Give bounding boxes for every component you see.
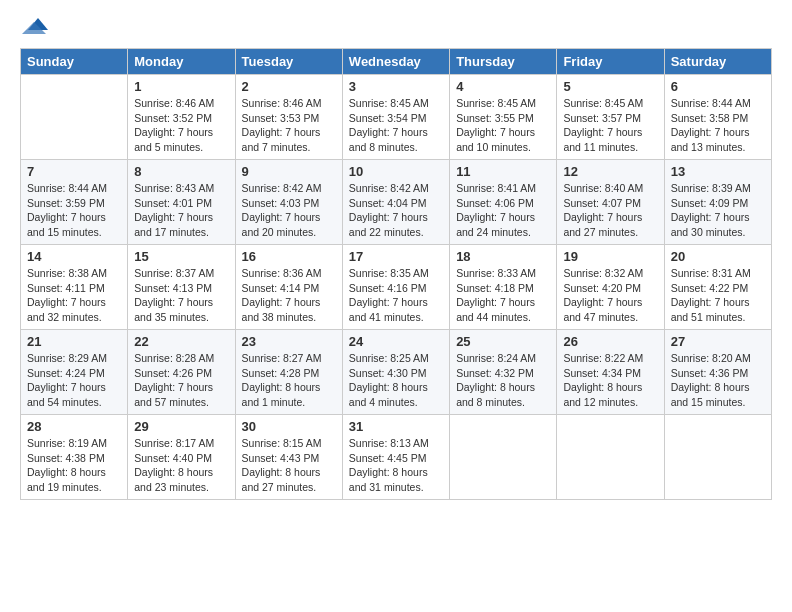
day-number: 24 xyxy=(349,334,443,349)
day-number: 4 xyxy=(456,79,550,94)
calendar-cell: 25 Sunrise: 8:24 AMSunset: 4:32 PMDaylig… xyxy=(450,330,557,415)
day-number: 31 xyxy=(349,419,443,434)
calendar-cell: 24 Sunrise: 8:25 AMSunset: 4:30 PMDaylig… xyxy=(342,330,449,415)
col-header-friday: Friday xyxy=(557,49,664,75)
col-header-sunday: Sunday xyxy=(21,49,128,75)
day-number: 19 xyxy=(563,249,657,264)
day-number: 23 xyxy=(242,334,336,349)
calendar-cell: 9 Sunrise: 8:42 AMSunset: 4:03 PMDayligh… xyxy=(235,160,342,245)
day-number: 6 xyxy=(671,79,765,94)
day-info: Sunrise: 8:45 AMSunset: 3:57 PMDaylight:… xyxy=(563,96,657,155)
day-number: 1 xyxy=(134,79,228,94)
calendar-cell: 20 Sunrise: 8:31 AMSunset: 4:22 PMDaylig… xyxy=(664,245,771,330)
day-info: Sunrise: 8:42 AMSunset: 4:04 PMDaylight:… xyxy=(349,181,443,240)
day-info: Sunrise: 8:45 AMSunset: 3:54 PMDaylight:… xyxy=(349,96,443,155)
day-number: 2 xyxy=(242,79,336,94)
day-info: Sunrise: 8:17 AMSunset: 4:40 PMDaylight:… xyxy=(134,436,228,495)
col-header-saturday: Saturday xyxy=(664,49,771,75)
calendar-cell: 6 Sunrise: 8:44 AMSunset: 3:58 PMDayligh… xyxy=(664,75,771,160)
calendar-cell: 3 Sunrise: 8:45 AMSunset: 3:54 PMDayligh… xyxy=(342,75,449,160)
day-number: 14 xyxy=(27,249,121,264)
day-number: 26 xyxy=(563,334,657,349)
day-info: Sunrise: 8:42 AMSunset: 4:03 PMDaylight:… xyxy=(242,181,336,240)
day-number: 29 xyxy=(134,419,228,434)
calendar-cell: 1 Sunrise: 8:46 AMSunset: 3:52 PMDayligh… xyxy=(128,75,235,160)
calendar-cell: 4 Sunrise: 8:45 AMSunset: 3:55 PMDayligh… xyxy=(450,75,557,160)
calendar-cell: 15 Sunrise: 8:37 AMSunset: 4:13 PMDaylig… xyxy=(128,245,235,330)
calendar-cell: 19 Sunrise: 8:32 AMSunset: 4:20 PMDaylig… xyxy=(557,245,664,330)
calendar-cell: 17 Sunrise: 8:35 AMSunset: 4:16 PMDaylig… xyxy=(342,245,449,330)
day-info: Sunrise: 8:15 AMSunset: 4:43 PMDaylight:… xyxy=(242,436,336,495)
day-info: Sunrise: 8:39 AMSunset: 4:09 PMDaylight:… xyxy=(671,181,765,240)
day-number: 5 xyxy=(563,79,657,94)
day-info: Sunrise: 8:46 AMSunset: 3:53 PMDaylight:… xyxy=(242,96,336,155)
day-info: Sunrise: 8:20 AMSunset: 4:36 PMDaylight:… xyxy=(671,351,765,410)
day-number: 12 xyxy=(563,164,657,179)
logo xyxy=(20,16,54,40)
calendar-cell: 23 Sunrise: 8:27 AMSunset: 4:28 PMDaylig… xyxy=(235,330,342,415)
calendar-cell: 16 Sunrise: 8:36 AMSunset: 4:14 PMDaylig… xyxy=(235,245,342,330)
calendar-cell: 18 Sunrise: 8:33 AMSunset: 4:18 PMDaylig… xyxy=(450,245,557,330)
day-number: 30 xyxy=(242,419,336,434)
day-info: Sunrise: 8:29 AMSunset: 4:24 PMDaylight:… xyxy=(27,351,121,410)
day-info: Sunrise: 8:19 AMSunset: 4:38 PMDaylight:… xyxy=(27,436,121,495)
calendar-cell xyxy=(664,415,771,500)
day-number: 21 xyxy=(27,334,121,349)
col-header-thursday: Thursday xyxy=(450,49,557,75)
day-number: 20 xyxy=(671,249,765,264)
day-info: Sunrise: 8:24 AMSunset: 4:32 PMDaylight:… xyxy=(456,351,550,410)
day-info: Sunrise: 8:35 AMSunset: 4:16 PMDaylight:… xyxy=(349,266,443,325)
day-info: Sunrise: 8:22 AMSunset: 4:34 PMDaylight:… xyxy=(563,351,657,410)
calendar-cell: 7 Sunrise: 8:44 AMSunset: 3:59 PMDayligh… xyxy=(21,160,128,245)
day-info: Sunrise: 8:40 AMSunset: 4:07 PMDaylight:… xyxy=(563,181,657,240)
calendar-cell: 27 Sunrise: 8:20 AMSunset: 4:36 PMDaylig… xyxy=(664,330,771,415)
day-info: Sunrise: 8:32 AMSunset: 4:20 PMDaylight:… xyxy=(563,266,657,325)
day-info: Sunrise: 8:43 AMSunset: 4:01 PMDaylight:… xyxy=(134,181,228,240)
calendar-cell: 13 Sunrise: 8:39 AMSunset: 4:09 PMDaylig… xyxy=(664,160,771,245)
day-number: 27 xyxy=(671,334,765,349)
day-info: Sunrise: 8:46 AMSunset: 3:52 PMDaylight:… xyxy=(134,96,228,155)
day-number: 18 xyxy=(456,249,550,264)
calendar-cell: 2 Sunrise: 8:46 AMSunset: 3:53 PMDayligh… xyxy=(235,75,342,160)
col-header-monday: Monday xyxy=(128,49,235,75)
day-info: Sunrise: 8:45 AMSunset: 3:55 PMDaylight:… xyxy=(456,96,550,155)
day-number: 22 xyxy=(134,334,228,349)
calendar-cell: 10 Sunrise: 8:42 AMSunset: 4:04 PMDaylig… xyxy=(342,160,449,245)
calendar-cell: 26 Sunrise: 8:22 AMSunset: 4:34 PMDaylig… xyxy=(557,330,664,415)
calendar-cell: 8 Sunrise: 8:43 AMSunset: 4:01 PMDayligh… xyxy=(128,160,235,245)
day-info: Sunrise: 8:28 AMSunset: 4:26 PMDaylight:… xyxy=(134,351,228,410)
day-info: Sunrise: 8:44 AMSunset: 3:59 PMDaylight:… xyxy=(27,181,121,240)
calendar-cell: 11 Sunrise: 8:41 AMSunset: 4:06 PMDaylig… xyxy=(450,160,557,245)
day-info: Sunrise: 8:41 AMSunset: 4:06 PMDaylight:… xyxy=(456,181,550,240)
day-number: 9 xyxy=(242,164,336,179)
day-info: Sunrise: 8:36 AMSunset: 4:14 PMDaylight:… xyxy=(242,266,336,325)
calendar-cell: 14 Sunrise: 8:38 AMSunset: 4:11 PMDaylig… xyxy=(21,245,128,330)
calendar-table: SundayMondayTuesdayWednesdayThursdayFrid… xyxy=(20,48,772,500)
calendar-cell: 31 Sunrise: 8:13 AMSunset: 4:45 PMDaylig… xyxy=(342,415,449,500)
calendar-cell: 29 Sunrise: 8:17 AMSunset: 4:40 PMDaylig… xyxy=(128,415,235,500)
day-info: Sunrise: 8:13 AMSunset: 4:45 PMDaylight:… xyxy=(349,436,443,495)
day-info: Sunrise: 8:37 AMSunset: 4:13 PMDaylight:… xyxy=(134,266,228,325)
page-header xyxy=(20,16,772,40)
day-number: 3 xyxy=(349,79,443,94)
calendar-cell xyxy=(21,75,128,160)
day-number: 11 xyxy=(456,164,550,179)
col-header-wednesday: Wednesday xyxy=(342,49,449,75)
calendar-cell: 30 Sunrise: 8:15 AMSunset: 4:43 PMDaylig… xyxy=(235,415,342,500)
day-info: Sunrise: 8:31 AMSunset: 4:22 PMDaylight:… xyxy=(671,266,765,325)
day-number: 25 xyxy=(456,334,550,349)
calendar-cell xyxy=(450,415,557,500)
day-number: 28 xyxy=(27,419,121,434)
calendar-cell: 21 Sunrise: 8:29 AMSunset: 4:24 PMDaylig… xyxy=(21,330,128,415)
day-info: Sunrise: 8:33 AMSunset: 4:18 PMDaylight:… xyxy=(456,266,550,325)
logo-icon xyxy=(20,16,50,40)
day-number: 7 xyxy=(27,164,121,179)
day-number: 16 xyxy=(242,249,336,264)
calendar-cell: 12 Sunrise: 8:40 AMSunset: 4:07 PMDaylig… xyxy=(557,160,664,245)
day-info: Sunrise: 8:38 AMSunset: 4:11 PMDaylight:… xyxy=(27,266,121,325)
day-number: 13 xyxy=(671,164,765,179)
calendar-cell xyxy=(557,415,664,500)
day-number: 17 xyxy=(349,249,443,264)
calendar-cell: 5 Sunrise: 8:45 AMSunset: 3:57 PMDayligh… xyxy=(557,75,664,160)
col-header-tuesday: Tuesday xyxy=(235,49,342,75)
